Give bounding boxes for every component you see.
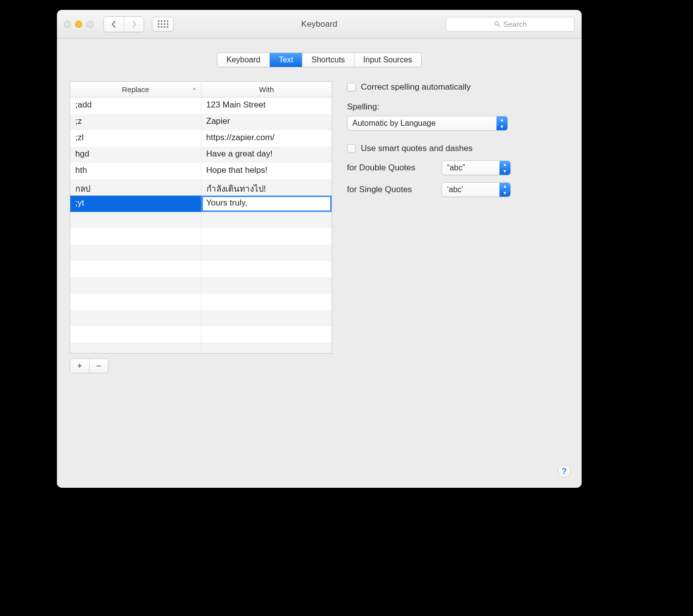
cell-replace[interactable] [70,261,201,277]
cell-replace[interactable] [70,245,201,261]
chevron-right-icon [131,20,137,28]
cell-replace[interactable]: ;zl [70,130,201,147]
nav-back-forward [103,16,144,32]
cell-replace[interactable]: hgd [70,147,201,163]
cell-replace[interactable] [70,294,201,310]
close-window-button[interactable] [64,21,71,28]
zoom-window-button[interactable] [87,21,94,28]
cell-with[interactable] [201,310,332,326]
table-row[interactable]: hthHope that helps! [70,163,332,179]
table-row[interactable]: ;zlhttps://zapier.com/ [70,130,332,147]
smart-quotes-label: Use smart quotes and dashes [361,144,473,154]
table-row[interactable] [70,228,332,245]
table-row[interactable] [70,277,332,294]
cell-with[interactable]: Zapier [201,114,332,130]
cell-replace[interactable]: ;add [70,98,201,114]
cell-with[interactable]: Hope that helps! [201,163,332,179]
grid-icon [158,20,168,28]
double-quotes-popup[interactable]: “abc” ▲▼ [442,160,511,175]
table-row[interactable] [70,261,332,277]
table-row[interactable] [70,245,332,261]
cell-replace[interactable]: ;z [70,114,201,130]
table-row[interactable] [70,310,332,326]
table-row[interactable]: hgdHave a great day! [70,147,332,163]
cell-with[interactable]: https://zapier.com/ [201,130,332,147]
spelling-label: Spelling: [347,102,569,112]
cell-replace[interactable] [70,343,201,353]
forward-button[interactable] [124,17,144,32]
cell-replace[interactable]: hth [70,163,201,179]
search-input[interactable]: Search [446,17,575,32]
tab-input-sources[interactable]: Input Sources [354,53,421,67]
spelling-popup[interactable]: Automatic by Language ▲▼ [347,116,508,131]
search-icon [494,21,500,27]
single-quotes-popup[interactable]: ‘abc’ ▲▼ [442,182,511,197]
column-header-replace[interactable]: Replace ^ [70,82,201,97]
table-row[interactable]: ;add123 Main Street [70,98,332,114]
tab-keyboard[interactable]: Keyboard [217,53,269,67]
chevron-left-icon [111,20,117,28]
table-row[interactable]: กลปกำลังเดินทางไป! [70,179,332,196]
cell-with[interactable]: Have a great day! [201,147,332,163]
tab-shortcuts[interactable]: Shortcuts [302,53,354,67]
cell-with[interactable] [201,326,332,343]
remove-button[interactable]: − [89,359,108,373]
cell-replace[interactable]: กลป [70,179,201,196]
table-row[interactable] [70,294,332,310]
cell-with[interactable] [201,212,332,228]
tab-text[interactable]: Text [269,53,302,67]
cell-with[interactable] [201,343,332,353]
show-all-button[interactable] [152,17,174,32]
popup-arrows-icon: ▲▼ [499,183,510,197]
preferences-body: KeyboardTextShortcutsInput Sources Repla… [57,39,582,488]
popup-arrows-icon: ▲▼ [499,161,510,175]
minimize-window-button[interactable] [75,21,82,28]
table-row[interactable]: ;ytYours truly, [70,196,332,212]
single-quotes-label: for Single Quotes [347,185,434,195]
cell-with[interactable] [201,277,332,294]
double-quotes-label: for Double Quotes [347,163,434,173]
add-button[interactable]: + [70,359,89,373]
table-row[interactable] [70,212,332,228]
replacements-table: Replace ^ With ;add123 Main Street;zZapi… [70,81,332,354]
cell-replace[interactable] [70,310,201,326]
cell-replace[interactable]: ;yt [70,196,201,212]
table-row[interactable]: ;zZapier [70,114,332,130]
column-header-with[interactable]: With [201,82,332,97]
cell-replace[interactable] [70,228,201,245]
search-placeholder: Search [503,20,527,28]
double-quotes-value: “abc” [447,163,465,172]
keyboard-preferences-window: Keyboard Search KeyboardTextShortcutsInp… [57,10,582,488]
cell-with[interactable] [201,261,332,277]
table-row[interactable] [70,326,332,343]
cell-with[interactable] [201,294,332,310]
window-controls [64,21,94,28]
add-remove-control: + − [70,359,108,373]
popup-arrows-icon: ▲▼ [496,116,507,130]
table-row[interactable] [70,343,332,353]
table-header: Replace ^ With [70,82,332,98]
cell-with[interactable]: 123 Main Street [201,98,332,114]
correct-spelling-checkbox[interactable] [347,83,356,92]
cell-with[interactable] [201,228,332,245]
cell-replace[interactable] [70,277,201,294]
cell-with[interactable]: Yours truly, [201,196,332,212]
correct-spelling-label: Correct spelling automatically [361,82,471,92]
back-button[interactable] [104,17,124,32]
help-button[interactable]: ? [558,465,571,478]
tabs: KeyboardTextShortcutsInput Sources [70,52,569,67]
smart-quotes-checkbox[interactable] [347,144,356,153]
sort-ascending-icon: ^ [193,86,196,93]
svg-line-1 [498,25,499,26]
cell-with[interactable]: กำลังเดินทางไป! [201,179,332,196]
cell-with[interactable] [201,245,332,261]
titlebar: Keyboard Search [57,10,582,39]
cell-replace[interactable] [70,326,201,343]
single-quotes-value: ‘abc’ [447,185,463,194]
cell-replace[interactable] [70,212,201,228]
spelling-value: Automatic by Language [352,119,436,128]
